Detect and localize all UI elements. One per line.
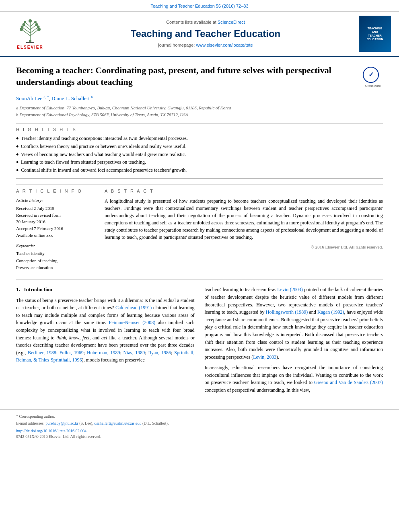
intro-right-para-1: teachers' learning to teach seem few. Le… <box>205 286 383 361</box>
received-date: Received 2 July 2015 <box>16 205 97 212</box>
ref-huberman[interactable]: Huberman, 1989 <box>87 350 120 355</box>
article-title-section: Becoming a teacher: Coordinating past, p… <box>16 65 383 90</box>
svg-line-7 <box>30 30 38 36</box>
journal-cover-image: TEACHINGANDTEACHEREDUCATION <box>359 16 391 52</box>
highlight-item-4: Learning to teach flowed from situated p… <box>16 159 383 166</box>
contents-available-line: Contents lists available at ScienceDirec… <box>52 19 359 25</box>
ref-fuller[interactable]: Fuller, 1969 <box>60 350 84 355</box>
copyright-notice: © 2016 Elsevier Ltd. All rights reserved… <box>105 244 383 250</box>
footer-doi: http://dx.doi.org/10.1016/j.tate.2016.02… <box>16 428 383 434</box>
footer-corresponding: * Corresponding author. <box>16 414 383 419</box>
keywords-section: Keywords: Teacher identity Conception of… <box>16 243 97 271</box>
keyword-3: Preservice education <box>16 265 97 271</box>
intro-body-left: The status of being a preservice teacher… <box>16 297 195 364</box>
author-diane-schallert[interactable]: Diane L. Schallert <box>51 96 90 102</box>
article-info-abstract-cols: A R T I C L E I N F O Article history: R… <box>16 185 383 271</box>
crossmark-icon: ✓ <box>363 67 379 83</box>
svg-point-17 <box>35 23 38 26</box>
highlights-heading: H I G H L I G H T S <box>16 127 383 133</box>
ref-levin-2003[interactable]: Levin (2003) <box>277 287 302 292</box>
ref-hollingsworth[interactable]: Hollingsworth (1989) <box>266 309 308 315</box>
author-soona-lee[interactable]: SoonAh Lee <box>16 96 42 102</box>
sciencedirect-link[interactable]: ScienceDirect <box>218 20 245 25</box>
footer-email-line: E-mail addresses: purehaby@jnu.ac.kr (S.… <box>16 421 383 426</box>
abstract-paragraph: A longitudinal study is presented of how… <box>105 197 383 241</box>
svg-line-10 <box>30 23 35 27</box>
crossmark-badge: ✓ CrossMark <box>363 67 383 88</box>
svg-point-16 <box>37 25 40 28</box>
highlight-item-3: Views of becoming new teachers and what … <box>16 151 383 158</box>
article-info-heading: A R T I C L E I N F O <box>16 188 97 194</box>
article-history-label: Article history: <box>16 197 97 203</box>
svg-point-12 <box>21 25 24 28</box>
svg-line-6 <box>25 23 30 27</box>
footer-email-2[interactable]: dschallert@austin.utexas.edu <box>94 421 141 425</box>
keyword-2: Conception of teaching <box>16 258 97 264</box>
intro-body-right: teachers' learning to teach seem few. Le… <box>205 286 383 394</box>
journal-title: Teaching and Teacher Education <box>52 27 359 41</box>
svg-line-3 <box>22 30 30 36</box>
svg-point-14 <box>24 21 26 23</box>
article-info-col: A R T I C L E I N F O Article history: R… <box>16 188 97 271</box>
available-online: Available online xxx <box>16 232 97 238</box>
highlights-section: H I G H L I G H T S Teacher identity and… <box>16 123 383 179</box>
journal-homepage-line: journal homepage: www.elsevier.com/locat… <box>52 42 359 48</box>
ref-nias[interactable]: Nias, 1989 <box>123 350 145 355</box>
affiliation-a: a Department of Education, 77 Younbong-r… <box>16 105 383 111</box>
footer-doi-link[interactable]: http://dx.doi.org/10.1016/j.tate.2016.02… <box>16 429 86 433</box>
svg-point-18 <box>34 21 37 23</box>
accepted-date: Accepted 7 February 2016 <box>16 226 97 232</box>
elsevier-tree-icon <box>14 18 46 44</box>
main-content-area: Becoming a teacher: Coordinating past, p… <box>0 57 399 405</box>
svg-point-19 <box>29 19 32 23</box>
journal-homepage-link[interactable]: www.elsevier.com/locate/tate <box>196 43 253 47</box>
highlight-item-1: Teacher identity and teaching conception… <box>16 135 383 142</box>
highlights-list: Teacher identity and teaching conception… <box>16 135 383 174</box>
ref-kagan[interactable]: Kagan (1992) <box>317 309 344 315</box>
abstract-text: A longitudinal study is presented of how… <box>105 197 383 241</box>
abstract-col: A B S T R A C T A longitudinal study is … <box>105 188 383 271</box>
intro-para-1: The status of being a preservice teacher… <box>16 297 195 364</box>
elsevier-logo: ELSEVIER <box>8 18 52 50</box>
highlight-item-5: Continual shifts in inward and outward f… <box>16 167 383 174</box>
footer-email-1[interactable]: purehaby@jnu.ac.kr <box>45 421 78 425</box>
authors-line: SoonAh Lee a, *, Diane L. Schallert b <box>16 94 383 103</box>
author-sup-b: b <box>91 95 93 99</box>
introduction-left-col: 1. Introduction The status of being a pr… <box>16 286 195 397</box>
ref-feiman-nemser[interactable]: Feiman-Nemser (2008) <box>109 320 156 325</box>
ref-berliner[interactable]: Berliner, 1988 <box>28 350 56 355</box>
article-history: Article history: Received 2 July 2015 Re… <box>16 197 97 238</box>
keyword-1: Teacher identity <box>16 251 97 257</box>
highlight-item-2: Conflicts between theory and practice or… <box>16 143 383 150</box>
svg-point-13 <box>23 23 25 26</box>
abstract-heading: A B S T R A C T <box>105 188 383 194</box>
keywords-label: Keywords: <box>16 243 97 249</box>
journal-citation: Teaching and Teacher Education 56 (2016)… <box>150 4 248 8</box>
introduction-right-col: teachers' learning to teach seem few. Le… <box>205 286 383 397</box>
page-footer: * Corresponding author. E-mail addresses… <box>0 409 399 442</box>
footer-issn: 0742-051X/© 2016 Elsevier Ltd. All right… <box>16 434 383 440</box>
crossmark-label: CrossMark <box>363 84 383 88</box>
article-title: Becoming a teacher: Coordinating past, p… <box>16 65 357 88</box>
affiliations: a Department of Education, 77 Younbong-r… <box>16 105 383 118</box>
received-revised-date: Received in revised form30 January 2016 <box>16 212 97 225</box>
elsevier-wordmark: ELSEVIER <box>17 45 43 50</box>
svg-rect-1 <box>26 42 34 43</box>
journal-center-info: Contents lists available at ScienceDirec… <box>52 19 359 48</box>
ref-greeno-vande-sande[interactable]: Greeno and Van de Sande's (2007) <box>314 380 383 385</box>
intro-right-para-2: Increasingly, educational researchers ha… <box>205 364 383 394</box>
ref-ryan[interactable]: Ryan, 1986 <box>148 350 171 355</box>
affiliation-b: b Department of Educational Psychology, … <box>16 112 383 118</box>
ref-calderhead[interactable]: Calderhead (1991) <box>115 305 152 310</box>
ref-levin-2003b[interactable]: Levin, 2003 <box>253 354 276 360</box>
journal-header: ELSEVIER Contents lists available at Sci… <box>0 12 399 57</box>
journal-citation-bar: Teaching and Teacher Education 56 (2016)… <box>0 0 399 12</box>
author-sup-a: a, * <box>44 95 49 99</box>
journal-cover-text: TEACHINGANDTEACHEREDUCATION <box>366 27 383 41</box>
introduction-section: 1. Introduction The status of being a pr… <box>16 279 383 397</box>
page-wrapper: Teaching and Teacher Education 56 (2016)… <box>0 0 399 532</box>
intro-section-title: 1. Introduction <box>16 286 195 293</box>
